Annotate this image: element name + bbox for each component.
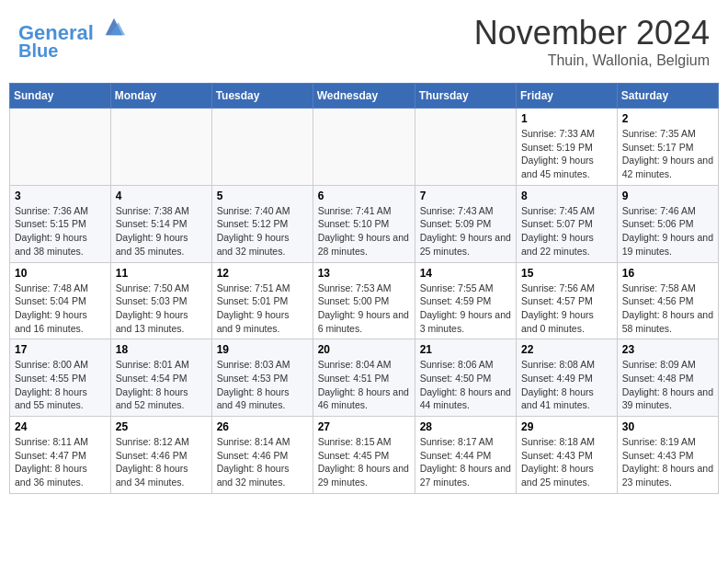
day-number: 10	[15, 267, 106, 280]
day-info: Sunrise: 7:51 AMSunset: 5:01 PMDaylight:…	[217, 282, 308, 336]
calendar-cell	[313, 109, 415, 186]
calendar-header-thursday: Thursday	[415, 84, 516, 109]
calendar-cell: 12Sunrise: 7:51 AMSunset: 5:01 PMDayligh…	[211, 262, 313, 339]
day-info: Sunrise: 7:56 AMSunset: 4:57 PMDaylight:…	[521, 282, 612, 336]
calendar-cell: 19Sunrise: 8:03 AMSunset: 4:53 PMDayligh…	[211, 339, 313, 417]
location-subtitle: Thuin, Wallonia, Belgium	[474, 52, 710, 69]
day-info: Sunrise: 7:48 AMSunset: 5:04 PMDaylight:…	[15, 282, 106, 336]
day-info: Sunrise: 8:11 AMSunset: 4:47 PMDaylight:…	[15, 435, 106, 489]
calendar-cell: 23Sunrise: 8:09 AMSunset: 4:48 PMDayligh…	[617, 339, 718, 417]
day-number: 11	[116, 267, 207, 280]
day-number: 9	[622, 190, 713, 202]
calendar-cell: 11Sunrise: 7:50 AMSunset: 5:03 PMDayligh…	[110, 262, 211, 339]
calendar-week-row: 10Sunrise: 7:48 AMSunset: 5:04 PMDayligh…	[10, 262, 719, 339]
day-number: 20	[318, 343, 410, 356]
day-number: 1	[521, 112, 612, 125]
calendar-header-wednesday: Wednesday	[313, 84, 415, 109]
header: General Blue November 2024 Thuin, Wallon…	[9, 9, 719, 74]
calendar-cell: 8Sunrise: 7:45 AMSunset: 5:07 PMDaylight…	[517, 185, 618, 262]
calendar-cell: 7Sunrise: 7:43 AMSunset: 5:09 PMDaylight…	[415, 185, 516, 262]
day-info: Sunrise: 8:17 AMSunset: 4:44 PMDaylight:…	[420, 435, 511, 489]
month-title: November 2024	[474, 14, 710, 52]
calendar-cell: 29Sunrise: 8:18 AMSunset: 4:43 PMDayligh…	[517, 417, 618, 494]
calendar-header-friday: Friday	[517, 84, 618, 109]
day-number: 8	[521, 190, 612, 202]
day-number: 14	[420, 267, 511, 280]
day-info: Sunrise: 8:00 AMSunset: 4:55 PMDaylight:…	[15, 358, 106, 412]
day-number: 3	[15, 190, 106, 202]
calendar-cell: 14Sunrise: 7:55 AMSunset: 4:59 PMDayligh…	[415, 262, 516, 339]
calendar-cell: 24Sunrise: 8:11 AMSunset: 4:47 PMDayligh…	[10, 417, 111, 494]
day-number: 26	[217, 420, 308, 433]
calendar-week-row: 17Sunrise: 8:00 AMSunset: 4:55 PMDayligh…	[10, 339, 719, 417]
day-info: Sunrise: 8:03 AMSunset: 4:53 PMDaylight:…	[217, 358, 308, 412]
day-info: Sunrise: 7:35 AMSunset: 5:17 PMDaylight:…	[622, 127, 713, 181]
day-number: 25	[116, 420, 207, 433]
calendar-cell: 15Sunrise: 7:56 AMSunset: 4:57 PMDayligh…	[517, 262, 618, 339]
day-info: Sunrise: 7:36 AMSunset: 5:15 PMDaylight:…	[15, 204, 106, 259]
calendar-week-row: 24Sunrise: 8:11 AMSunset: 4:47 PMDayligh…	[10, 417, 719, 494]
calendar-cell: 26Sunrise: 8:14 AMSunset: 4:46 PMDayligh…	[211, 417, 313, 494]
calendar-header-tuesday: Tuesday	[211, 84, 313, 109]
day-number: 4	[116, 190, 207, 202]
calendar-cell: 3Sunrise: 7:36 AMSunset: 5:15 PMDaylight…	[10, 185, 111, 262]
day-info: Sunrise: 8:04 AMSunset: 4:51 PMDaylight:…	[318, 358, 410, 412]
calendar-cell: 1Sunrise: 7:33 AMSunset: 5:19 PMDaylight…	[517, 109, 618, 186]
calendar-cell: 22Sunrise: 8:08 AMSunset: 4:49 PMDayligh…	[517, 339, 618, 417]
calendar-cell: 28Sunrise: 8:17 AMSunset: 4:44 PMDayligh…	[415, 417, 516, 494]
calendar-header-sunday: Sunday	[10, 84, 111, 109]
calendar-cell: 27Sunrise: 8:15 AMSunset: 4:45 PMDayligh…	[313, 417, 415, 494]
calendar-cell: 30Sunrise: 8:19 AMSunset: 4:43 PMDayligh…	[617, 417, 718, 494]
calendar-header-monday: Monday	[110, 84, 211, 109]
calendar-cell: 4Sunrise: 7:38 AMSunset: 5:14 PMDaylight…	[110, 185, 211, 262]
calendar-week-row: 1Sunrise: 7:33 AMSunset: 5:19 PMDaylight…	[10, 109, 719, 186]
day-number: 12	[217, 267, 308, 280]
day-number: 15	[521, 267, 612, 280]
day-info: Sunrise: 7:41 AMSunset: 5:10 PMDaylight:…	[318, 204, 410, 259]
day-number: 5	[217, 190, 308, 202]
day-number: 18	[116, 343, 207, 356]
day-info: Sunrise: 7:53 AMSunset: 5:00 PMDaylight:…	[318, 282, 410, 336]
calendar-cell: 2Sunrise: 7:35 AMSunset: 5:17 PMDaylight…	[617, 109, 718, 186]
day-info: Sunrise: 7:45 AMSunset: 5:07 PMDaylight:…	[521, 204, 612, 259]
calendar-cell: 25Sunrise: 8:12 AMSunset: 4:46 PMDayligh…	[110, 417, 211, 494]
day-info: Sunrise: 8:08 AMSunset: 4:49 PMDaylight:…	[521, 358, 612, 412]
calendar-body: 1Sunrise: 7:33 AMSunset: 5:19 PMDaylight…	[10, 109, 719, 494]
day-number: 23	[622, 343, 713, 356]
day-info: Sunrise: 7:43 AMSunset: 5:09 PMDaylight:…	[420, 204, 511, 259]
calendar-cell: 5Sunrise: 7:40 AMSunset: 5:12 PMDaylight…	[211, 185, 313, 262]
day-info: Sunrise: 7:58 AMSunset: 4:56 PMDaylight:…	[622, 282, 713, 336]
day-info: Sunrise: 7:38 AMSunset: 5:14 PMDaylight:…	[116, 204, 207, 259]
day-number: 29	[521, 420, 612, 433]
day-number: 19	[217, 343, 308, 356]
calendar-cell: 13Sunrise: 7:53 AMSunset: 5:00 PMDayligh…	[313, 262, 415, 339]
day-number: 2	[622, 112, 713, 125]
calendar-cell: 10Sunrise: 7:48 AMSunset: 5:04 PMDayligh…	[10, 262, 111, 339]
day-info: Sunrise: 8:12 AMSunset: 4:46 PMDaylight:…	[116, 435, 207, 489]
calendar-cell: 21Sunrise: 8:06 AMSunset: 4:50 PMDayligh…	[415, 339, 516, 417]
calendar-cell	[110, 109, 211, 186]
calendar-week-row: 3Sunrise: 7:36 AMSunset: 5:15 PMDaylight…	[10, 185, 719, 262]
calendar-cell	[211, 109, 313, 186]
day-number: 13	[318, 267, 410, 280]
day-info: Sunrise: 8:01 AMSunset: 4:54 PMDaylight:…	[116, 358, 207, 412]
calendar-cell: 17Sunrise: 8:00 AMSunset: 4:55 PMDayligh…	[10, 339, 111, 417]
logo: General Blue	[18, 14, 127, 61]
day-number: 7	[420, 190, 511, 202]
day-number: 30	[622, 420, 713, 433]
day-info: Sunrise: 7:55 AMSunset: 4:59 PMDaylight:…	[420, 282, 511, 336]
calendar-cell: 18Sunrise: 8:01 AMSunset: 4:54 PMDayligh…	[110, 339, 211, 417]
calendar-cell	[10, 109, 111, 186]
day-number: 22	[521, 343, 612, 356]
day-number: 6	[318, 190, 410, 202]
calendar-cell	[415, 109, 516, 186]
day-info: Sunrise: 7:50 AMSunset: 5:03 PMDaylight:…	[116, 282, 207, 336]
day-info: Sunrise: 7:33 AMSunset: 5:19 PMDaylight:…	[521, 127, 612, 181]
day-number: 16	[622, 267, 713, 280]
calendar-table: SundayMondayTuesdayWednesdayThursdayFrid…	[9, 83, 719, 494]
day-info: Sunrise: 8:06 AMSunset: 4:50 PMDaylight:…	[420, 358, 511, 412]
day-info: Sunrise: 8:09 AMSunset: 4:48 PMDaylight:…	[622, 358, 713, 412]
day-number: 28	[420, 420, 511, 433]
day-info: Sunrise: 8:19 AMSunset: 4:43 PMDaylight:…	[622, 435, 713, 489]
day-number: 27	[318, 420, 410, 433]
